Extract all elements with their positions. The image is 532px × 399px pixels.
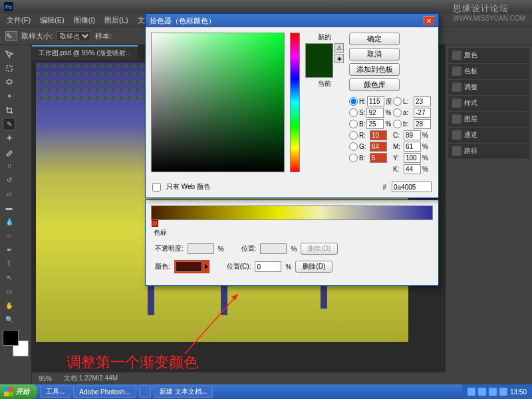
crop-tool[interactable] [3, 104, 15, 116]
s-input[interactable] [366, 108, 384, 118]
position-label: 位置: [241, 244, 257, 253]
zoom-level[interactable]: 95% [39, 375, 52, 382]
b-input[interactable] [366, 119, 384, 129]
foreground-color[interactable] [3, 330, 19, 346]
type-tool[interactable]: T [3, 257, 15, 270]
web-only-checkbox[interactable] [152, 183, 161, 192]
close-icon[interactable]: ✕ [424, 16, 434, 25]
pen-tool[interactable]: ✒ [3, 243, 15, 256]
heal-tool[interactable]: ✚ [3, 132, 15, 144]
position2-label: 位置(C): [227, 262, 251, 271]
layers-panel-icon [452, 114, 462, 124]
color-lib-button[interactable]: 颜色库 [349, 78, 400, 91]
lasso-tool[interactable] [3, 76, 15, 88]
preview-swatch[interactable] [305, 43, 333, 78]
g-radio[interactable] [349, 142, 358, 151]
c-input[interactable] [404, 130, 421, 140]
gradient-tool[interactable]: ▬ [3, 201, 15, 214]
color-chip-button[interactable] [174, 260, 209, 273]
y-input[interactable] [404, 153, 421, 163]
bl-radio[interactable] [349, 154, 358, 162]
m-input[interactable] [404, 142, 421, 152]
g-input[interactable] [370, 142, 387, 152]
blur-tool[interactable]: 💧 [3, 215, 15, 228]
b2-radio[interactable] [393, 120, 402, 128]
panel-swatches[interactable]: 色板 [448, 64, 529, 78]
a-radio[interactable] [393, 108, 402, 117]
dodge-tool[interactable]: ○ [3, 229, 15, 242]
eyedropper-icon[interactable]: ✎ [5, 31, 17, 41]
sample-size-select[interactable]: 取样点 [57, 31, 91, 41]
ok-button[interactable]: 确定 [349, 33, 400, 45]
hex-input[interactable] [392, 182, 432, 192]
app-titlebar: Ps [0, 0, 532, 13]
task-item-blank[interactable] [139, 386, 151, 398]
current-color-label: 当前 [318, 79, 331, 88]
system-tray: 13:50 [462, 384, 532, 399]
panel-styles[interactable]: 样式 [448, 96, 529, 110]
opacity-input [188, 243, 214, 254]
k-input[interactable] [404, 164, 421, 174]
cancel-button[interactable]: 取消 [349, 48, 400, 61]
eyedropper-tool[interactable]: ✎ [3, 118, 15, 130]
task-item-tools[interactable]: 工具... [40, 386, 70, 398]
color-swatches[interactable] [3, 330, 29, 356]
gradient-preview[interactable] [151, 205, 433, 220]
color-field[interactable] [151, 33, 285, 172]
start-button[interactable]: 开始 [0, 384, 37, 399]
panel-layers[interactable]: 图层 [448, 112, 529, 126]
h-radio[interactable] [349, 97, 358, 106]
panel-channels[interactable]: 通道 [448, 128, 529, 142]
web-only-label: 只有 Web 颜色 [166, 182, 210, 192]
cube-icon[interactable]: ◈ [334, 54, 344, 63]
color-picker-dialog: 拾色器（色标颜色） ✕ 新的 ⚠ ◈ 当前 确定 取 [145, 13, 439, 198]
bl-input[interactable] [370, 153, 387, 163]
b-radio[interactable] [349, 120, 358, 128]
gradient-stop-1[interactable] [152, 220, 158, 227]
panel-color[interactable]: 颜色 [448, 48, 529, 63]
menu-edit[interactable]: 编辑(E) [36, 14, 68, 27]
picker-bottom-row: 只有 Web 颜色 # [152, 182, 432, 192]
tray-icon[interactable] [478, 388, 486, 396]
tray-icon[interactable] [499, 388, 507, 396]
dialog-titlebar[interactable]: 拾色器（色标颜色） ✕ [146, 14, 438, 27]
tray-icon[interactable] [467, 388, 475, 396]
task-item-photoshop[interactable]: Adobe Photosh... [73, 386, 136, 398]
stamp-tool[interactable]: ⎍ [3, 160, 15, 172]
document-tab[interactable]: 工作图.psd @ 95% (渐变映射... [32, 45, 138, 60]
color-cursor[interactable] [267, 136, 274, 143]
l-radio[interactable] [393, 97, 402, 106]
svg-point-1 [7, 80, 12, 84]
marquee-tool[interactable] [3, 62, 15, 74]
shape-tool[interactable]: ▭ [3, 285, 15, 298]
h-input[interactable] [367, 96, 384, 106]
position2-input[interactable] [255, 261, 281, 272]
l-input[interactable] [414, 96, 431, 106]
brush-tool[interactable] [3, 146, 15, 158]
s-radio[interactable] [349, 108, 358, 117]
hand-tool[interactable]: ✋ [3, 299, 15, 312]
menu-file[interactable]: 文件(F) [3, 14, 35, 27]
clock[interactable]: 13:50 [510, 388, 527, 396]
r-input[interactable] [370, 130, 387, 140]
a-input[interactable] [414, 108, 431, 118]
zoom-tool[interactable]: 🔍 [3, 313, 15, 326]
panel-adjust[interactable]: 调整 [448, 80, 529, 94]
wand-tool[interactable]: ✦ [3, 90, 15, 102]
gamut-warn-icon[interactable]: ⚠ [334, 43, 344, 53]
path-tool[interactable]: ↖ [3, 271, 15, 284]
tray-icon[interactable] [489, 388, 497, 396]
delete-color-button[interactable]: 删除(D) [295, 261, 332, 273]
panel-paths[interactable]: 路径 [448, 144, 529, 158]
r-radio[interactable] [349, 131, 358, 140]
task-item-notepad[interactable]: 新建 文本文档... [154, 386, 213, 398]
add-swatch-button[interactable]: 添加到色板 [349, 63, 400, 76]
history-brush-tool[interactable]: ↺ [3, 174, 15, 186]
move-tool[interactable] [3, 48, 15, 61]
menu-image[interactable]: 图像(I) [70, 14, 99, 27]
hue-slider[interactable] [290, 33, 300, 172]
eraser-tool[interactable]: ▱ [3, 188, 15, 200]
b2-input[interactable] [414, 119, 431, 129]
watermark: 思缘设计论坛 WWW.MISSYUAN.COM [453, 3, 525, 22]
menu-layer[interactable]: 图层(L) [100, 14, 132, 27]
